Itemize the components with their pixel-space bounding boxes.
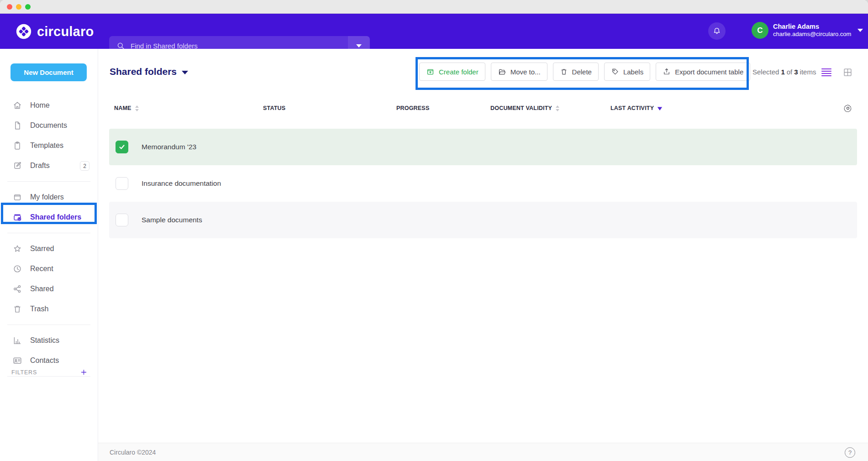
move-to-button[interactable]: Move to...: [491, 63, 547, 81]
drafts-count-badge: 2: [80, 161, 89, 171]
bell-icon: [712, 26, 721, 36]
minimize-window-button[interactable]: [16, 4, 21, 10]
table-settings-button[interactable]: [839, 104, 857, 113]
column-header-last-activity[interactable]: LAST ACTIVITY: [605, 105, 839, 111]
trash-icon: [560, 68, 568, 76]
top-app-bar: circularo C Charlie: [0, 14, 868, 49]
toolbar: Create folder Move to... Delete: [419, 63, 750, 81]
add-filter-button[interactable]: [80, 368, 88, 376]
trash-icon: [12, 304, 22, 314]
row-checkbox[interactable]: [116, 177, 128, 190]
sidebar-item-trash[interactable]: Trash: [0, 299, 98, 319]
user-email: charlie.adams@circularo.com: [773, 31, 851, 38]
create-folder-button[interactable]: Create folder: [419, 63, 485, 81]
avatar: C: [752, 22, 768, 39]
sidebar-item-starred[interactable]: Starred: [0, 239, 98, 259]
home-icon: [12, 100, 22, 110]
sidebar-item-shared-folders[interactable]: Shared folders: [0, 207, 98, 227]
table-row[interactable]: Sample documents: [109, 202, 857, 238]
row-checkbox[interactable]: [116, 214, 128, 226]
sidebar-item-label: My folders: [30, 193, 64, 201]
document-icon: [12, 120, 22, 131]
sort-desc-icon: [657, 106, 663, 110]
chevron-down-icon: [356, 44, 362, 47]
sort-icon: [135, 105, 139, 112]
shared-folder-icon: [12, 212, 22, 222]
divider: [7, 233, 90, 233]
folder-icon: [12, 192, 22, 202]
divider: [7, 325, 90, 325]
search-input[interactable]: [125, 42, 348, 50]
notifications-button[interactable]: [708, 22, 726, 40]
sidebar-item-shared[interactable]: Shared: [0, 279, 98, 299]
chevron-down-icon: [182, 71, 188, 74]
list-view-button[interactable]: [821, 68, 832, 77]
row-checkbox[interactable]: [116, 141, 128, 153]
maximize-window-button[interactable]: [25, 4, 31, 10]
column-header-document-validity[interactable]: DOCUMENT VALIDITY: [485, 105, 605, 112]
sidebar: New Document Home Documents: [0, 49, 98, 461]
sidebar-item-label: Recent: [30, 265, 53, 273]
user-name: Charlie Adams: [773, 22, 851, 31]
star-icon: [12, 244, 22, 254]
sidebar-item-my-folders[interactable]: My folders: [0, 187, 98, 207]
footer: Circularo ©2024 ?: [98, 443, 868, 461]
sidebar-item-home[interactable]: Home: [0, 95, 98, 115]
sidebar-item-contacts[interactable]: Contacts: [0, 351, 98, 371]
column-header-progress[interactable]: PROGRESS: [391, 105, 485, 111]
selection-summary: Selected 1 of 3 items: [752, 63, 816, 81]
table-row[interactable]: Insurance documentation: [109, 165, 857, 202]
page-title[interactable]: Shared folders: [110, 66, 188, 77]
filters-section: FILTERS: [11, 368, 88, 376]
new-document-button[interactable]: New Document: [11, 63, 87, 81]
sidebar-item-label: Trash: [30, 305, 48, 313]
grid-view-button[interactable]: [843, 68, 852, 77]
delete-button[interactable]: Delete: [553, 63, 599, 81]
bar-chart-icon: [12, 335, 22, 346]
tag-icon: [611, 68, 619, 76]
folder-plus-icon: [426, 68, 435, 76]
sidebar-item-documents[interactable]: Documents: [0, 115, 98, 136]
sidebar-item-label: Contacts: [30, 356, 59, 365]
clipboard-icon: [12, 141, 22, 151]
column-header-name[interactable]: NAME: [109, 105, 258, 112]
folder-name[interactable]: Sample documents: [142, 216, 202, 224]
contact-card-icon: [12, 356, 22, 366]
app-window: circularo C Charlie: [0, 0, 868, 461]
column-header-status[interactable]: STATUS: [258, 105, 391, 111]
divider: [7, 181, 90, 182]
labels-button[interactable]: Labels: [604, 63, 650, 81]
sidebar-item-statistics[interactable]: Statistics: [0, 330, 98, 351]
help-button[interactable]: ?: [845, 447, 855, 458]
share-icon: [12, 284, 22, 294]
macos-titlebar: [0, 0, 868, 14]
total-count: 3: [794, 68, 798, 76]
table-header: NAME STATUS PROGRESS DOCUMENT VALIDITY L…: [109, 100, 857, 116]
sidebar-item-label: Drafts: [30, 162, 50, 170]
sidebar-item-label: Shared folders: [30, 213, 81, 221]
sidebar-item-label: Statistics: [30, 336, 59, 345]
brand-logo[interactable]: circularo: [15, 23, 94, 40]
user-menu[interactable]: C Charlie Adams charlie.adams@circularo.…: [752, 22, 863, 39]
sidebar-item-label: Home: [30, 101, 50, 110]
view-toggles: [821, 68, 852, 77]
folder-name[interactable]: Insurance documentation: [142, 179, 221, 188]
edit-icon: [12, 161, 22, 171]
folder-name[interactable]: Memorandum '23: [142, 143, 196, 151]
sidebar-item-drafts[interactable]: Drafts 2: [0, 156, 98, 176]
sidebar-item-label: Starred: [30, 245, 54, 253]
sidebar-item-label: Templates: [30, 141, 63, 150]
main-content: Shared folders Create folder: [98, 49, 868, 461]
sort-icon: [555, 105, 560, 112]
sidebar-item-label: Shared: [30, 285, 54, 293]
table-row[interactable]: Memorandum '23: [109, 129, 857, 165]
close-window-button[interactable]: [7, 4, 12, 10]
divider: [7, 376, 90, 377]
sidebar-item-recent[interactable]: Recent: [0, 259, 98, 279]
brand-name: circularo: [37, 24, 94, 39]
export-document-table-button[interactable]: Export document table: [656, 63, 750, 81]
filters-label: FILTERS: [11, 369, 37, 376]
selected-count: 1: [781, 68, 784, 76]
export-icon: [663, 68, 671, 76]
sidebar-item-templates[interactable]: Templates: [0, 136, 98, 156]
